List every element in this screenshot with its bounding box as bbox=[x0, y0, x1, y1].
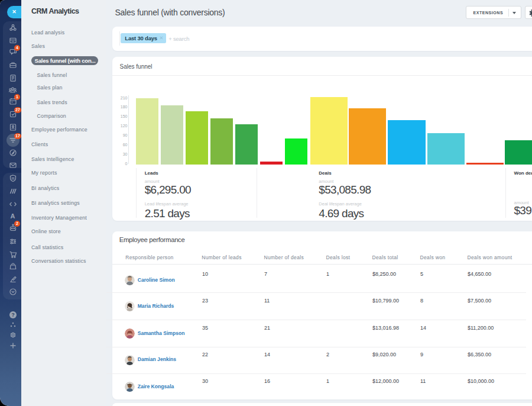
svg-text:?: ? bbox=[11, 312, 14, 318]
